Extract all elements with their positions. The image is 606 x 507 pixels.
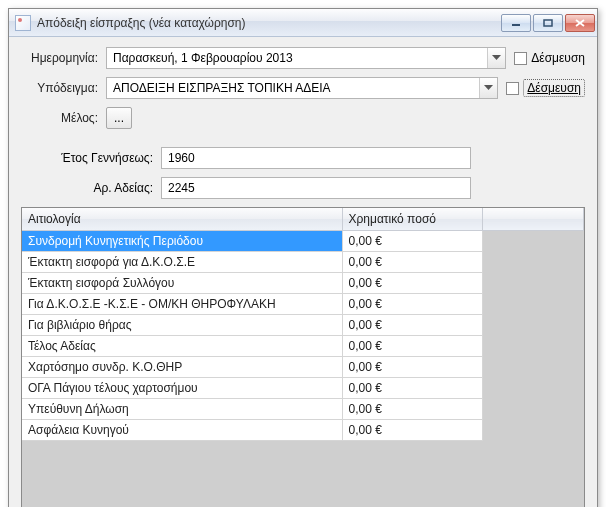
cell-filler [482,336,584,357]
cell-filler [482,273,584,294]
date-value: Παρασκευή, 1 Φεβρουαρίου 2013 [107,51,487,65]
lock-date-checkbox[interactable]: Δέσμευση [514,51,585,65]
template-label: Υπόδειγμα: [21,81,106,95]
table-row[interactable]: Έκτακτη εισφορά Συλλόγου0,00 € [22,273,584,294]
checkbox-icon [514,52,527,65]
template-value: ΑΠΟΔΕΙΞΗ ΕΙΣΠΡΑΞΗΣ ΤΟΠΙΚΗ ΑΔΕΙΑ [107,81,479,95]
cell-filler [482,378,584,399]
chevron-down-icon [484,85,493,91]
table-row[interactable]: Τέλος Αδείας0,00 € [22,336,584,357]
cell-reason[interactable]: Για Δ.Κ.Ο.Σ.Ε -Κ.Σ.Ε - ΟΜ/ΚΗ ΘΗΡΟΦΥΛΑΚΗ [22,294,342,315]
chevron-down-icon [492,55,501,61]
birth-year-field[interactable]: 1960 [161,147,471,169]
cell-reason[interactable]: Έκτακτη εισφορά Συλλόγου [22,273,342,294]
cell-filler [482,252,584,273]
table-row[interactable]: Έκτακτη εισφορά για Δ.Κ.Ο.Σ.Ε0,00 € [22,252,584,273]
cell-filler [482,294,584,315]
cell-reason[interactable]: Χαρτόσημο συνδρ. Κ.Ο.ΘΗΡ [22,357,342,378]
cell-reason[interactable]: Υπεύθυνη Δήλωση [22,399,342,420]
app-icon [15,15,31,31]
svg-marker-4 [492,55,501,60]
client-area: Ημερομηνία: Παρασκευή, 1 Φεβρουαρίου 201… [9,37,597,507]
svg-marker-5 [484,85,493,90]
cell-filler [482,231,584,252]
ellipsis-icon: ... [114,111,124,125]
column-header-filler [482,208,584,231]
table-row[interactable]: Συνδρομή Κυνηγετικής Περιόδου0,00 € [22,231,584,252]
minimize-button[interactable] [501,14,531,32]
cell-reason[interactable]: Τέλος Αδείας [22,336,342,357]
date-dropdown-button[interactable] [487,48,505,68]
birth-year-value: 1960 [168,151,195,165]
cell-amount[interactable]: 0,00 € [342,399,482,420]
grid-empty-area [22,441,584,507]
lock-date-label: Δέσμευση [531,51,585,65]
cell-filler [482,420,584,441]
cell-amount[interactable]: 0,00 € [342,231,482,252]
template-combo[interactable]: ΑΠΟΔΕΙΞΗ ΕΙΣΠΡΑΞΗΣ ΤΟΠΙΚΗ ΑΔΕΙΑ [106,77,498,99]
column-header-amount[interactable]: Χρηματικό ποσό [342,208,482,231]
cell-amount[interactable]: 0,00 € [342,357,482,378]
cell-filler [482,357,584,378]
table-row[interactable]: Υπεύθυνη Δήλωση0,00 € [22,399,584,420]
cell-reason[interactable]: Για βιβλιάριο θήρας [22,315,342,336]
cell-amount[interactable]: 0,00 € [342,294,482,315]
cell-reason[interactable]: ΟΓΑ Πάγιου τέλους χαρτοσήμου [22,378,342,399]
lock-template-label: Δέσμευση [523,79,585,97]
license-label: Αρ. Αδείας: [21,181,161,195]
cell-reason[interactable]: Έκτακτη εισφορά για Δ.Κ.Ο.Σ.Ε [22,252,342,273]
checkbox-icon [506,82,519,95]
table-row[interactable]: Χαρτόσημο συνδρ. Κ.Ο.ΘΗΡ0,00 € [22,357,584,378]
cell-amount[interactable]: 0,00 € [342,336,482,357]
svg-rect-1 [544,20,552,26]
template-dropdown-button[interactable] [479,78,497,98]
cell-amount[interactable]: 0,00 € [342,252,482,273]
lock-template-checkbox[interactable]: Δέσμευση [506,79,585,97]
cell-amount[interactable]: 0,00 € [342,378,482,399]
cell-filler [482,399,584,420]
table-row[interactable]: ΟΓΑ Πάγιου τέλους χαρτοσήμου0,00 € [22,378,584,399]
maximize-button[interactable] [533,14,563,32]
cell-amount[interactable]: 0,00 € [342,315,482,336]
window-title: Απόδειξη είσπραξης (νέα καταχώρηση) [37,16,246,30]
cell-amount[interactable]: 0,00 € [342,273,482,294]
license-value: 2245 [168,181,195,195]
table-row[interactable]: Ασφάλεια Κυνηγού0,00 € [22,420,584,441]
member-browse-button[interactable]: ... [106,107,132,129]
table-row[interactable]: Για Δ.Κ.Ο.Σ.Ε -Κ.Σ.Ε - ΟΜ/ΚΗ ΘΗΡΟΦΥΛΑΚΗ0… [22,294,584,315]
close-button[interactable] [565,14,595,32]
license-field[interactable]: 2245 [161,177,471,199]
birth-year-label: Έτος Γεννήσεως: [21,151,161,165]
member-label: Μέλος: [21,111,106,125]
cell-reason[interactable]: Ασφάλεια Κυνηγού [22,420,342,441]
column-header-reason[interactable]: Αιτιολογία [22,208,342,231]
items-grid: Αιτιολογία Χρηματικό ποσό Συνδρομή Κυνηγ… [21,207,585,507]
cell-filler [482,315,584,336]
titlebar: Απόδειξη είσπραξης (νέα καταχώρηση) [9,9,597,37]
cell-amount[interactable]: 0,00 € [342,420,482,441]
cell-reason[interactable]: Συνδρομή Κυνηγετικής Περιόδου [22,231,342,252]
table-row[interactable]: Για βιβλιάριο θήρας0,00 € [22,315,584,336]
date-field[interactable]: Παρασκευή, 1 Φεβρουαρίου 2013 [106,47,506,69]
date-label: Ημερομηνία: [21,51,106,65]
window-frame: Απόδειξη είσπραξης (νέα καταχώρηση) Ημερ… [8,8,598,507]
